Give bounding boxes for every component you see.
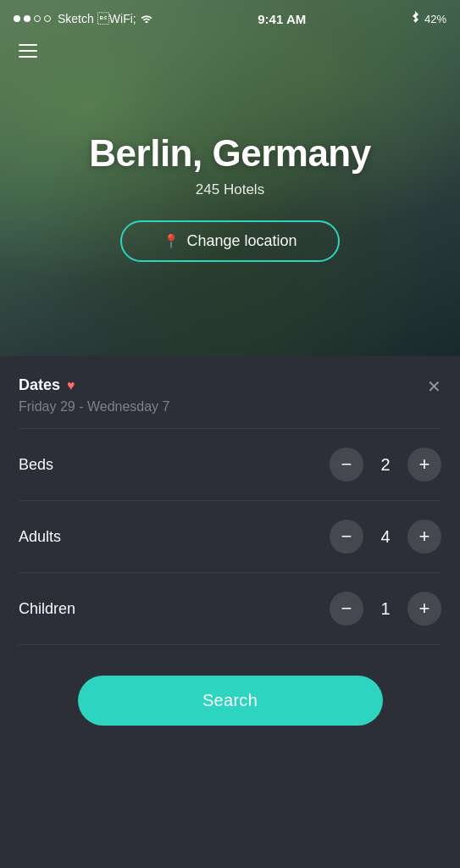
- status-bar: Sketch WiFi; 9:41 AM 42%: [0, 0, 460, 37]
- hero-section: Berlin, Germany 245 Hotels 📍 Change loca…: [0, 0, 460, 356]
- dot-4: [44, 15, 51, 22]
- children-label: Children: [19, 600, 75, 618]
- adults-increment-button[interactable]: +: [407, 520, 441, 554]
- dates-section: Dates ♥ Friday 29 - Wednesday 7 ✕: [19, 356, 441, 429]
- children-decrement-button[interactable]: −: [330, 592, 363, 626]
- beds-increment-button[interactable]: +: [407, 448, 441, 481]
- status-time: 9:41 AM: [258, 12, 306, 26]
- carrier-label: Sketch: [58, 12, 94, 25]
- search-button[interactable]: Search: [78, 676, 383, 726]
- beds-row: Beds − 2 +: [19, 429, 441, 501]
- adults-value: 4: [377, 527, 394, 547]
- search-form-panel: Dates ♥ Friday 29 - Wednesday 7 ✕ Beds −…: [0, 356, 460, 760]
- children-increment-button[interactable]: +: [407, 592, 441, 626]
- hamburger-line-3: [19, 56, 37, 58]
- children-controls: − 1 +: [330, 592, 441, 626]
- hero-content: Berlin, Germany 245 Hotels 📍 Change loca…: [89, 132, 370, 262]
- hamburger-line-2: [19, 50, 37, 52]
- dot-1: [14, 15, 20, 22]
- beds-controls: − 2 +: [330, 448, 441, 481]
- status-left: Sketch WiFi;: [14, 12, 153, 25]
- wifi-icon: WiFi;: [97, 12, 153, 25]
- beds-decrement-button[interactable]: −: [330, 448, 363, 481]
- dates-value: Friday 29 - Wednesday 7: [19, 399, 441, 415]
- close-icon[interactable]: ✕: [427, 376, 441, 397]
- children-row: Children − 1 +: [19, 573, 441, 645]
- adults-row: Adults − 4 +: [19, 501, 441, 573]
- bluetooth-icon: [411, 11, 419, 27]
- hamburger-line-1: [19, 44, 37, 46]
- children-value: 1: [377, 599, 394, 619]
- change-location-label: Change location: [186, 232, 297, 250]
- adults-decrement-button[interactable]: −: [330, 520, 363, 554]
- change-location-button[interactable]: 📍 Change location: [120, 220, 339, 262]
- dates-label-row: Dates ♥: [19, 376, 441, 394]
- heart-icon: ♥: [67, 378, 75, 393]
- adults-label: Adults: [19, 528, 61, 546]
- signal-dots: [14, 15, 51, 22]
- hotel-count: 245 Hotels: [196, 181, 264, 198]
- search-button-wrapper: Search: [19, 645, 441, 726]
- battery-label: 42%: [424, 13, 446, 25]
- location-pin-icon: 📍: [163, 233, 180, 249]
- dates-label: Dates: [19, 376, 60, 394]
- beds-value: 2: [377, 455, 394, 475]
- dot-2: [24, 15, 30, 22]
- status-right: 42%: [411, 11, 446, 27]
- dot-3: [34, 15, 41, 22]
- beds-label: Beds: [19, 456, 53, 474]
- hamburger-menu[interactable]: [19, 44, 37, 58]
- adults-controls: − 4 +: [330, 520, 441, 554]
- city-name: Berlin, Germany: [89, 132, 370, 175]
